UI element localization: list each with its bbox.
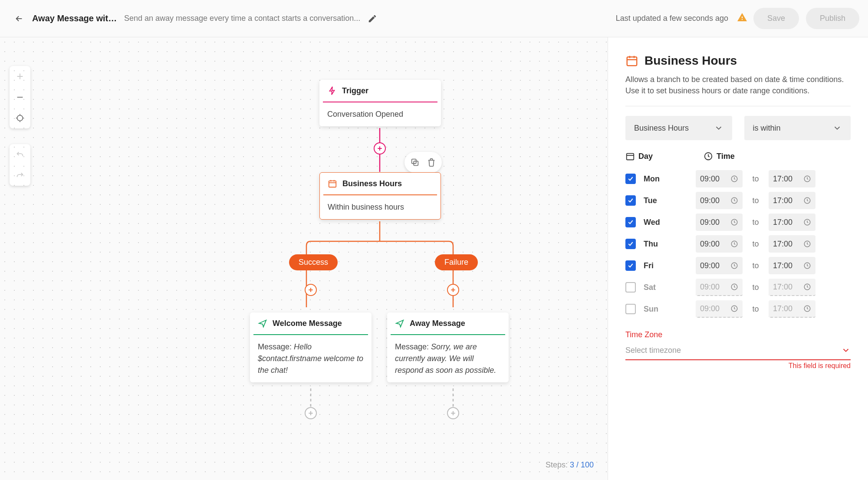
end-time-input[interactable]: 17:00 xyxy=(769,279,815,296)
svg-rect-3 xyxy=(329,181,336,187)
arrow-left-icon xyxy=(14,14,24,23)
plus-icon xyxy=(307,410,314,417)
start-time-input[interactable]: 09:00 xyxy=(696,214,743,231)
topbar: Away Message with... Send an away messag… xyxy=(0,0,868,37)
timezone-select[interactable]: Select timezone xyxy=(625,343,851,360)
day-label: Wed xyxy=(644,218,670,227)
day-label: Mon xyxy=(644,174,670,184)
clock-icon xyxy=(803,240,811,248)
calendar-icon xyxy=(625,54,638,67)
send-icon xyxy=(258,319,267,328)
check-icon xyxy=(627,175,634,182)
start-time-input[interactable]: 09:00 xyxy=(696,279,743,296)
check-icon xyxy=(627,197,634,204)
end-time-input[interactable]: 17:00 xyxy=(769,214,815,231)
clock-icon xyxy=(730,262,738,270)
edit-title-button[interactable] xyxy=(364,10,381,27)
end-time-input[interactable]: 17:00 xyxy=(769,192,815,209)
node-business-hours[interactable]: Business Hours Within business hours xyxy=(319,172,441,220)
copy-icon xyxy=(410,158,420,167)
day-checkbox[interactable] xyxy=(625,174,636,184)
duplicate-node-button[interactable] xyxy=(407,155,423,170)
trash-icon xyxy=(427,158,436,167)
end-time-input[interactable]: 17:00 xyxy=(769,257,815,274)
calendar-icon xyxy=(625,151,635,161)
day-checkbox[interactable] xyxy=(625,195,636,206)
message-prefix: Message: xyxy=(258,342,294,351)
end-time-input[interactable]: 17:00 xyxy=(769,170,815,187)
back-button[interactable] xyxy=(9,8,30,29)
last-updated-text: Last updated a few seconds ago xyxy=(616,14,728,23)
chevron-down-icon xyxy=(714,123,723,133)
condition-type-select[interactable]: Business Hours xyxy=(625,116,732,140)
schedule-row: Sun09:00to17:00 xyxy=(625,298,851,320)
publish-button[interactable]: Publish xyxy=(806,8,859,29)
start-time-input[interactable]: 09:00 xyxy=(696,235,743,253)
clock-icon xyxy=(730,175,738,183)
day-label: Sun xyxy=(644,305,670,314)
svg-rect-4 xyxy=(627,57,637,66)
clock-icon xyxy=(730,305,738,312)
check-icon xyxy=(627,240,634,247)
schedule-row: Fri09:00to17:00 xyxy=(625,255,851,276)
flow-canvas[interactable]: Trigger Conversation Opened Business Hou… xyxy=(0,37,608,480)
day-checkbox[interactable] xyxy=(625,239,636,249)
node-away-message[interactable]: Away Message Message: Sorry, we are curr… xyxy=(387,312,509,382)
to-label: to xyxy=(750,305,761,314)
plus-icon xyxy=(307,286,314,293)
to-label: to xyxy=(750,174,761,184)
timezone-label: Time Zone xyxy=(625,330,851,339)
calendar-icon xyxy=(328,179,337,188)
day-label: Fri xyxy=(644,261,670,270)
day-checkbox[interactable] xyxy=(625,304,636,314)
add-step-button[interactable] xyxy=(305,284,317,296)
start-time-input[interactable]: 09:00 xyxy=(696,170,743,187)
day-label: Tue xyxy=(644,196,670,205)
start-time-input[interactable]: 09:00 xyxy=(696,192,743,209)
end-time-input[interactable]: 17:00 xyxy=(769,300,815,318)
timezone-error: This field is required xyxy=(625,362,851,370)
svg-rect-5 xyxy=(627,154,634,160)
chevron-down-icon xyxy=(841,345,851,355)
start-time-input[interactable]: 09:00 xyxy=(696,300,743,318)
to-label: to xyxy=(750,283,761,292)
day-label: Sat xyxy=(644,283,670,292)
start-time-input[interactable]: 09:00 xyxy=(696,257,743,274)
delete-node-button[interactable] xyxy=(424,155,439,170)
day-checkbox[interactable] xyxy=(625,260,636,271)
schedule-header: Day Time xyxy=(625,151,851,161)
clock-icon xyxy=(730,197,738,204)
to-label: to xyxy=(750,218,761,227)
save-button[interactable]: Save xyxy=(753,8,799,29)
branch-failure-pill: Failure xyxy=(435,254,478,270)
day-checkbox[interactable] xyxy=(625,217,636,227)
add-step-button[interactable] xyxy=(374,142,386,155)
add-step-button[interactable] xyxy=(447,407,459,419)
node-title: Business Hours xyxy=(342,179,402,188)
side-panel: Business Hours Allows a branch to be cre… xyxy=(608,37,868,480)
add-step-button[interactable] xyxy=(305,407,317,419)
panel-title-text: Business Hours xyxy=(644,54,737,68)
panel-description: Allows a branch to be created based on d… xyxy=(625,74,851,106)
day-checkbox[interactable] xyxy=(625,282,636,293)
to-label: to xyxy=(750,261,761,270)
warning-icon[interactable] xyxy=(737,12,747,25)
clock-icon xyxy=(803,218,811,226)
send-icon xyxy=(395,319,404,328)
plus-icon xyxy=(376,145,383,152)
node-action-toolbar xyxy=(404,152,442,173)
clock-icon xyxy=(803,283,811,291)
condition-operator-select[interactable]: is within xyxy=(744,116,851,140)
message-prefix: Message: xyxy=(395,342,431,351)
node-trigger[interactable]: Trigger Conversation Opened xyxy=(319,80,441,126)
node-welcome-message[interactable]: Welcome Message Message: Hello $contact.… xyxy=(250,312,372,382)
check-icon xyxy=(627,262,634,269)
check-icon xyxy=(627,219,634,226)
end-time-input[interactable]: 17:00 xyxy=(769,235,815,253)
plus-icon xyxy=(450,286,457,293)
add-step-button[interactable] xyxy=(447,284,459,296)
node-body: Within business hours xyxy=(328,203,404,211)
schedule-row: Tue09:00to17:00 xyxy=(625,190,851,211)
day-label: Thu xyxy=(644,240,670,249)
to-label: to xyxy=(750,240,761,249)
